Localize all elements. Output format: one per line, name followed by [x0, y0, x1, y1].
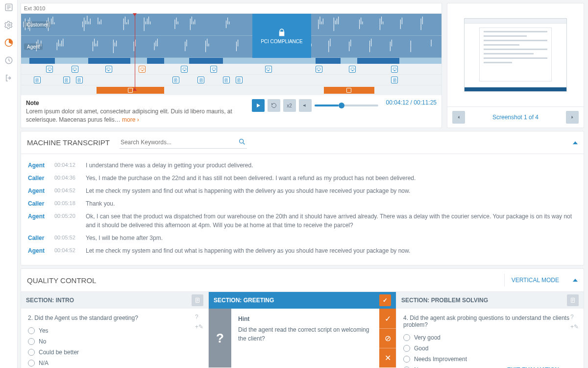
screen-marker-icon[interactable] [265, 66, 272, 73]
note-block: Note Lorem ipsum dolor sit amet, consect… [26, 99, 244, 124]
hint-skip-button[interactable]: ⊘ [379, 329, 396, 348]
play-button[interactable] [252, 99, 265, 112]
help-icon[interactable]: ? [570, 314, 579, 320]
volume-button[interactable] [299, 99, 312, 112]
qc-option[interactable]: N/A [28, 360, 201, 367]
waveform-customer: Customer [21, 14, 441, 36]
search-icon[interactable] [238, 138, 246, 146]
svg-rect-8 [107, 68, 110, 70]
note-marker-icon[interactable] [76, 77, 83, 83]
qc-option-label: Good [414, 345, 428, 352]
event-block[interactable] [97, 87, 164, 94]
transcript-text: I understand there was a delay in gettin… [86, 161, 577, 170]
qc-cards: SECTION: INTRO ? +✎ 2. Did the Agent us … [21, 292, 584, 368]
gear-icon[interactable] [4, 21, 13, 29]
qc-option[interactable]: Could be better [28, 349, 201, 356]
screen-marker-icon[interactable] [105, 66, 112, 73]
radio-icon [28, 360, 35, 367]
add-note-icon[interactable]: +✎ [570, 323, 579, 330]
screenshot-panel: Screenshot 1 of 4 [447, 3, 584, 128]
qc-option[interactable]: No [28, 338, 201, 345]
note-marker-icon[interactable] [197, 77, 204, 83]
search-input[interactable] [120, 136, 247, 149]
transcript-timestamp: 00:05:52 [54, 234, 81, 242]
pie-chart-icon[interactable] [4, 38, 13, 47]
pci-label: PCI COMPLIANCE [261, 39, 303, 44]
screen-marker-icon[interactable] [181, 66, 188, 73]
replay-button[interactable] [268, 99, 280, 112]
qc-card-head-greeting: SECTION: GREETING ✓ [209, 292, 396, 309]
note-more-link[interactable]: more › [122, 116, 139, 123]
transcript-line: Agent00:04:52Let me check my system and … [28, 244, 577, 257]
add-note-icon[interactable]: +✎ [195, 323, 203, 330]
svg-rect-12 [267, 68, 270, 70]
transcript-timestamp: 00:05:20 [54, 212, 81, 230]
note-marker-icon[interactable] [391, 77, 398, 83]
help-icon[interactable]: ? [195, 314, 203, 320]
note-marker-icon[interactable] [236, 77, 243, 83]
screen-marker-icon[interactable] [391, 66, 398, 73]
screen-marker-icon[interactable] [72, 66, 78, 73]
transcript-line: Agent00:05:20Ok, I can see that the prod… [28, 210, 577, 232]
screenshot-thumb[interactable] [464, 18, 567, 92]
speed-button[interactable]: x2 [283, 99, 296, 112]
waveform-area[interactable]: Customer Agent [21, 14, 441, 58]
transcript-line: Caller00:05:52Yes, I will be home after … [28, 232, 577, 244]
qc-option[interactable]: Needs Improvement [403, 356, 577, 363]
screen-marker-icon[interactable] [139, 66, 146, 73]
note-marker-icon[interactable] [63, 77, 70, 83]
qc-option[interactable]: Very good [403, 334, 577, 341]
vertical-mode-button[interactable]: VERTICAL MODE [504, 274, 566, 287]
qc-option[interactable]: Yes [28, 327, 201, 334]
svg-rect-15 [393, 68, 396, 70]
event-block[interactable] [324, 87, 374, 94]
hint-accept-button[interactable]: ✓ [379, 309, 396, 328]
note-marker-icon[interactable] [34, 77, 41, 83]
screen-marker-icon[interactable] [210, 66, 217, 73]
screenshot-next-button[interactable] [566, 111, 579, 124]
screenshot-counter: Screenshot 1 of 4 [492, 114, 539, 121]
hint-question-icon: ? [209, 309, 231, 368]
qc-card-greeting: SECTION: GREETING ✓ ? Hint Did the agent… [209, 292, 396, 368]
qc-option-label: Yes [39, 327, 49, 334]
note-marker-icon[interactable] [223, 77, 230, 83]
collapse-transcript-icon[interactable] [573, 141, 578, 144]
clock-icon[interactable] [4, 56, 13, 65]
side-nav [0, 0, 18, 368]
qc-card-body-greeting: ? Hint Did the agent read the correct sc… [209, 309, 396, 368]
playhead[interactable] [135, 14, 135, 90]
qc-option[interactable]: Good [403, 345, 577, 352]
transcript-speaker: Agent [28, 186, 49, 195]
transcript-text: Yes, I made the purchase on the 22nd and… [86, 174, 577, 183]
main-content: Ext 3010 Customer Age [18, 0, 588, 368]
qc-title: QUALITY CONTROL [27, 276, 96, 285]
checklist-icon[interactable] [4, 3, 13, 12]
transcript-text: Thank you. [86, 199, 577, 208]
qc-question: 2. Did the Agent us the standard greetin… [28, 315, 201, 321]
screen-marker-icon[interactable] [316, 66, 322, 73]
check-icon[interactable]: ✓ [379, 294, 391, 306]
audio-player: Ext 3010 Customer Age [21, 3, 442, 128]
screen-marker-icon[interactable] [46, 66, 53, 73]
collapse-qc-icon[interactable] [573, 279, 578, 282]
screen-marker-icon[interactable] [349, 66, 356, 73]
qc-panel: QUALITY CONTROL VERTICAL MODE SECTION: I… [21, 268, 584, 368]
screenshot-prev-button[interactable] [452, 111, 465, 124]
transcript-header: MACHINE TRANSCRIPT [21, 131, 584, 154]
notes-icon[interactable] [192, 294, 203, 306]
radio-icon [403, 334, 410, 341]
logout-icon[interactable] [4, 74, 13, 82]
transcript-body: Agent00:04:12I understand there was a de… [21, 154, 584, 265]
transcript-timestamp: 00:04:52 [54, 246, 81, 255]
svg-point-24 [240, 139, 244, 143]
radio-icon [403, 356, 410, 363]
transcript-speaker: Agent [28, 161, 49, 170]
radio-icon [403, 345, 410, 352]
svg-rect-9 [141, 68, 144, 70]
segment-bar [21, 58, 441, 64]
svg-rect-13 [317, 68, 320, 70]
notes-icon[interactable] [567, 294, 579, 306]
hint-close-button[interactable]: ✕ [379, 348, 396, 368]
note-marker-icon[interactable] [172, 77, 179, 83]
progress-slider[interactable] [315, 105, 378, 106]
